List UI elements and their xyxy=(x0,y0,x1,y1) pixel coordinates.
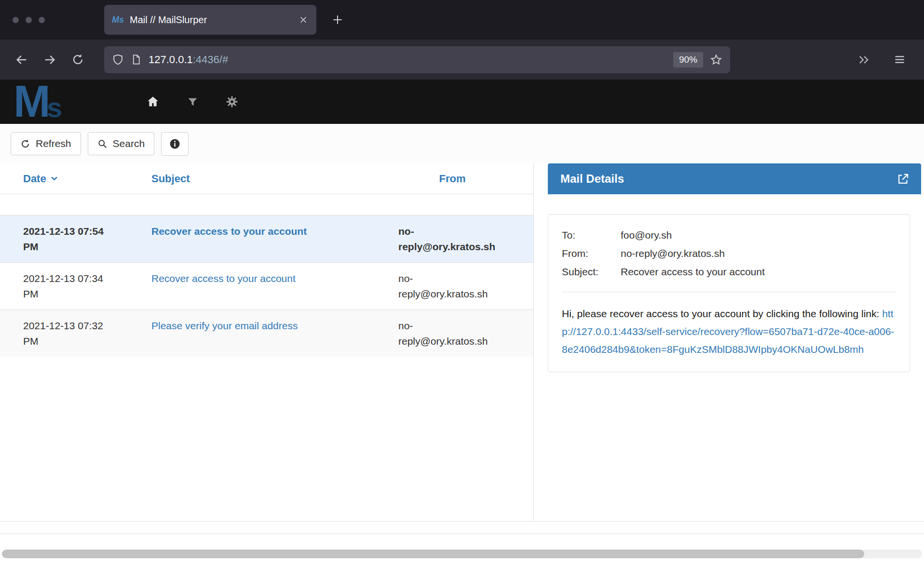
url-host: 127.0.0.1 xyxy=(149,54,193,66)
mail-list-row[interactable]: 2021-12-13 07:32 PM Please verify your e… xyxy=(0,309,533,357)
window-dot[interactable] xyxy=(26,17,32,23)
refresh-label: Refresh xyxy=(36,138,71,149)
mail-subject-link[interactable]: Please verify your email address xyxy=(151,320,298,331)
tab-close-icon[interactable] xyxy=(298,14,309,25)
mail-list-row[interactable]: 2021-12-13 07:34 PM Recover access to yo… xyxy=(0,262,533,309)
main-content: Date Subject From 2021-12-13 07:54 PM Re… xyxy=(0,163,924,522)
forward-button[interactable] xyxy=(36,46,64,73)
browser-tab-bar: Ms Mail // MailSlurper xyxy=(0,0,924,40)
url-text[interactable]: 127.0.0.1:4436/# xyxy=(149,54,666,66)
mail-date: 2021-12-13 07:34 PM xyxy=(0,271,151,302)
mail-list-panel: Date Subject From 2021-12-13 07:54 PM Re… xyxy=(0,163,534,521)
bottom-strip xyxy=(0,534,924,564)
mail-details-title: Mail Details xyxy=(560,172,897,186)
filter-icon[interactable] xyxy=(181,91,204,113)
mail-from: no-reply@ory.kratos.sh xyxy=(391,271,533,302)
zoom-level-badge[interactable]: 90% xyxy=(673,52,703,67)
mail-from: no-reply@ory.kratos.sh xyxy=(391,318,533,349)
mail-body-text: Hi, please recover access to your accoun… xyxy=(562,308,882,319)
mail-from: no-reply@ory.kratos.sh xyxy=(391,224,539,255)
horizontal-scrollbar-thumb[interactable] xyxy=(2,550,864,558)
window-controls[interactable] xyxy=(0,17,58,23)
subject-label: Subject: xyxy=(562,263,621,281)
app-header: M s xyxy=(0,80,924,124)
mail-details-panel: Mail Details To: foo@ory.sh From: no-rep… xyxy=(534,163,924,521)
new-tab-button[interactable] xyxy=(327,9,348,30)
info-icon xyxy=(169,138,181,150)
to-label: To: xyxy=(562,226,621,244)
to-value: foo@ory.sh xyxy=(621,226,896,244)
from-label: From: xyxy=(562,244,621,263)
column-header-date[interactable]: Date xyxy=(0,173,151,185)
detail-from-row: From: no-reply@ory.kratos.sh xyxy=(562,244,896,263)
mail-date: 2021-12-13 07:32 PM xyxy=(0,318,151,349)
browser-tab[interactable]: Ms Mail // MailSlurper xyxy=(104,5,316,35)
reload-button[interactable] xyxy=(64,46,92,73)
window-dot[interactable] xyxy=(39,17,45,23)
tab-title: Mail // MailSlurper xyxy=(130,14,293,26)
subject-value: Recover access to your account xyxy=(621,263,896,281)
toolbar: Refresh Search xyxy=(0,124,924,163)
mail-details-card: To: foo@ory.sh From: no-reply@ory.kratos… xyxy=(548,214,910,372)
search-button[interactable]: Search xyxy=(88,132,155,155)
column-header-subject[interactable]: Subject xyxy=(151,173,391,185)
settings-gear-icon[interactable] xyxy=(221,91,243,113)
back-button[interactable] xyxy=(8,46,36,73)
from-header-label: From xyxy=(439,173,466,185)
url-bar[interactable]: 127.0.0.1:4436/# 90% xyxy=(104,46,730,73)
search-label: Search xyxy=(113,138,145,149)
window-dot[interactable] xyxy=(13,17,19,23)
logo-s: s xyxy=(47,96,62,119)
mail-subject-link[interactable]: Recover access to your account xyxy=(151,273,296,284)
mailslurper-favicon-icon: Ms xyxy=(112,15,124,25)
bookmark-star-icon[interactable] xyxy=(710,54,722,66)
menu-hamburger-icon[interactable] xyxy=(885,46,913,73)
page-info-icon[interactable] xyxy=(131,54,142,65)
detail-to-row: To: foo@ory.sh xyxy=(562,226,896,244)
info-button[interactable] xyxy=(161,132,189,156)
browser-nav-bar: 127.0.0.1:4436/# 90% xyxy=(0,40,924,80)
mail-list-row[interactable]: 2021-12-13 07:54 PM Recover access to yo… xyxy=(0,215,533,262)
refresh-button[interactable]: Refresh xyxy=(11,132,81,155)
sort-chevron-down-icon xyxy=(50,174,59,183)
column-header-from[interactable]: From xyxy=(391,173,533,185)
mail-body: Hi, please recover access to your accoun… xyxy=(562,305,896,358)
overflow-chevrons-icon[interactable] xyxy=(850,46,878,73)
open-external-icon[interactable] xyxy=(897,173,910,186)
mail-date: 2021-12-13 07:54 PM xyxy=(0,224,151,255)
bottom-gap xyxy=(0,522,924,534)
mailslurper-logo: M s xyxy=(14,83,110,120)
search-icon xyxy=(97,139,108,149)
mail-details-header: Mail Details xyxy=(548,163,921,194)
mail-list-header: Date Subject From xyxy=(0,163,533,194)
details-divider xyxy=(562,292,896,292)
mail-subject-link[interactable]: Recover access to your account xyxy=(151,226,307,237)
logo-m: M xyxy=(14,83,51,120)
home-icon[interactable] xyxy=(142,91,164,113)
from-value: no-reply@ory.kratos.sh xyxy=(621,244,896,263)
subject-header-label: Subject xyxy=(151,173,190,185)
date-header-label: Date xyxy=(23,173,46,185)
refresh-icon xyxy=(20,139,30,149)
horizontal-scrollbar-track xyxy=(2,550,922,558)
mail-rows: 2021-12-13 07:54 PM Recover access to yo… xyxy=(0,215,533,357)
url-port-path: :4436/# xyxy=(193,54,228,66)
detail-subject-row: Subject: Recover access to your account xyxy=(562,263,896,281)
shield-icon[interactable] xyxy=(112,54,124,66)
